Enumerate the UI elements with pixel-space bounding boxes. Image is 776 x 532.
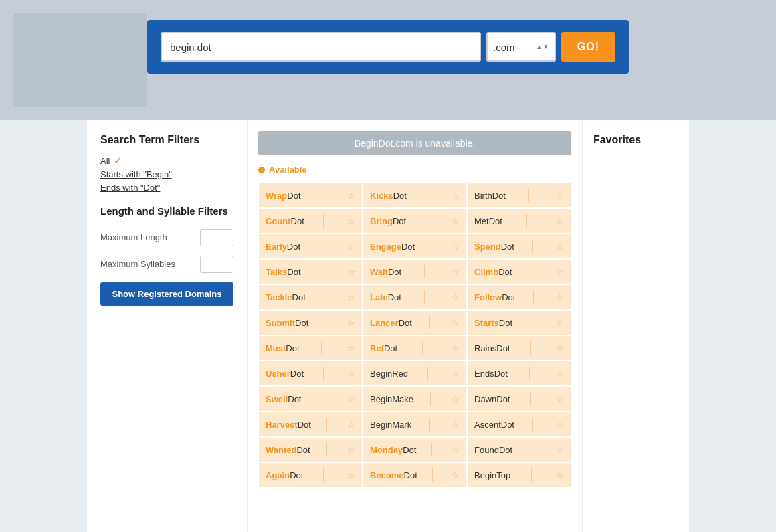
- favorite-star-icon[interactable]: ☆: [347, 267, 355, 277]
- domain-cell[interactable]: RefDot☆: [363, 335, 467, 361]
- favorite-star-icon[interactable]: ☆: [347, 216, 355, 226]
- domain-cell[interactable]: WaitDot☆: [363, 259, 467, 284]
- domain-divider: [532, 316, 532, 329]
- favorite-star-icon[interactable]: ☆: [556, 191, 564, 201]
- favorite-star-icon[interactable]: ☆: [347, 369, 355, 379]
- filter-links: All ✓ Starts with "Begin" Ends with "Dot…: [100, 155, 233, 193]
- favorite-star-icon[interactable]: ☆: [556, 318, 564, 328]
- domain-name: AscentDot: [474, 420, 514, 430]
- domain-divider: [531, 468, 532, 482]
- domain-divider: [431, 443, 432, 456]
- favorite-star-icon[interactable]: ☆: [556, 343, 564, 353]
- favorite-star-icon[interactable]: ☆: [347, 242, 355, 252]
- favorite-star-icon[interactable]: ☆: [556, 216, 564, 226]
- show-registered-button[interactable]: Show Registered Domains: [100, 282, 233, 306]
- domain-cell[interactable]: AscentDot☆: [467, 412, 571, 437]
- favorite-star-icon[interactable]: ☆: [452, 191, 460, 201]
- domain-cell[interactable]: MetDot☆: [467, 208, 571, 234]
- favorite-star-icon[interactable]: ☆: [452, 343, 460, 353]
- domain-cell[interactable]: RainsDot☆: [467, 335, 571, 361]
- favorite-star-icon[interactable]: ☆: [452, 216, 460, 226]
- domain-cell[interactable]: FoundDot☆: [467, 437, 571, 462]
- domain-cell[interactable]: EngageDot☆: [363, 234, 467, 259]
- domain-cell[interactable]: WantedDot☆: [258, 437, 363, 462]
- domain-cell[interactable]: HarvestDot☆: [258, 412, 363, 437]
- max-syllables-row: Maximum Syllables: [100, 256, 233, 273]
- domain-cell[interactable]: BringDot☆: [363, 208, 467, 234]
- domain-cell[interactable]: EarlyDot☆: [258, 234, 363, 259]
- favorite-star-icon[interactable]: ☆: [452, 292, 460, 302]
- max-length-input[interactable]: [200, 229, 233, 246]
- favorite-star-icon[interactable]: ☆: [347, 470, 355, 480]
- max-syllables-label: Maximum Syllables: [100, 259, 195, 269]
- favorite-star-icon[interactable]: ☆: [347, 292, 355, 302]
- tld-select[interactable]: .com .net .org .io .co: [493, 41, 533, 53]
- tld-select-wrapper: .com .net .org .io .co ▲▼: [486, 32, 556, 62]
- search-input[interactable]: [161, 32, 481, 62]
- domain-cell[interactable]: BirthDot☆: [467, 183, 571, 208]
- domain-cell[interactable]: StartsDot☆: [467, 310, 571, 335]
- domain-cell[interactable]: UsherDot☆: [258, 361, 363, 386]
- favorite-star-icon[interactable]: ☆: [556, 292, 564, 302]
- domain-cell[interactable]: LateDot☆: [363, 284, 467, 310]
- favorite-star-icon[interactable]: ☆: [556, 394, 564, 404]
- domain-name: DawnDot: [474, 394, 510, 404]
- max-syllables-input[interactable]: [200, 256, 233, 273]
- domain-name: EarlyDot: [266, 242, 300, 252]
- domain-cell[interactable]: LancerDot☆: [363, 310, 467, 335]
- favorite-star-icon[interactable]: ☆: [556, 470, 564, 480]
- domain-name: TalksDot: [266, 267, 301, 277]
- domain-divider: [532, 240, 533, 253]
- domain-cell[interactable]: BeginRed☆: [363, 361, 467, 386]
- domain-cell[interactable]: EndsDot☆: [467, 361, 571, 386]
- domain-cell[interactable]: SubmitDot☆: [258, 310, 363, 335]
- domain-divider: [429, 316, 430, 329]
- domain-cell[interactable]: BeginMake☆: [363, 386, 467, 412]
- favorite-star-icon[interactable]: ☆: [452, 267, 460, 277]
- filter-all-link[interactable]: All: [100, 156, 110, 166]
- favorite-star-icon[interactable]: ☆: [347, 420, 355, 430]
- domain-name: StartsDot: [474, 318, 512, 328]
- favorite-star-icon[interactable]: ☆: [452, 470, 460, 480]
- favorite-star-icon[interactable]: ☆: [556, 242, 564, 252]
- favorite-star-icon[interactable]: ☆: [347, 191, 355, 201]
- domain-cell[interactable]: AgainDot☆: [258, 462, 363, 488]
- favorite-star-icon[interactable]: ☆: [556, 267, 564, 277]
- domain-cell[interactable]: FollowDot☆: [467, 284, 571, 310]
- domain-cell[interactable]: BeginTop☆: [467, 462, 571, 488]
- favorite-star-icon[interactable]: ☆: [347, 445, 355, 455]
- favorite-star-icon[interactable]: ☆: [452, 369, 460, 379]
- domain-cell[interactable]: TalksDot☆: [258, 259, 363, 284]
- domain-divider: [424, 265, 425, 278]
- domain-cell[interactable]: BeginMark☆: [363, 412, 467, 437]
- favorite-star-icon[interactable]: ☆: [452, 420, 460, 430]
- domain-cell[interactable]: ClimbDot☆: [467, 259, 571, 284]
- domain-name: BeginRed: [370, 369, 408, 379]
- favorite-star-icon[interactable]: ☆: [556, 445, 564, 455]
- domain-divider: [322, 265, 322, 278]
- favorite-star-icon[interactable]: ☆: [556, 369, 564, 379]
- domain-cell[interactable]: SwellDot☆: [258, 386, 363, 412]
- go-button[interactable]: GO!: [561, 32, 615, 62]
- favorite-star-icon[interactable]: ☆: [452, 242, 460, 252]
- domain-name: AgainDot: [266, 470, 303, 480]
- favorite-star-icon[interactable]: ☆: [556, 420, 564, 430]
- domain-cell[interactable]: MustDot☆: [258, 335, 363, 361]
- domain-cell[interactable]: CountDot☆: [258, 208, 363, 234]
- domain-cell[interactable]: TackleDot☆: [258, 284, 363, 310]
- domain-cell[interactable]: SpendDot☆: [467, 234, 571, 259]
- favorite-star-icon[interactable]: ☆: [347, 343, 355, 353]
- favorite-star-icon[interactable]: ☆: [347, 318, 355, 328]
- domain-cell[interactable]: WrapDot☆: [258, 183, 363, 208]
- domain-cell[interactable]: KicksDot☆: [363, 183, 467, 208]
- domain-cell[interactable]: MondayDot☆: [363, 437, 467, 462]
- domain-name: MetDot: [474, 216, 502, 226]
- filter-starts-link[interactable]: Starts with "Begin": [100, 169, 172, 179]
- favorite-star-icon[interactable]: ☆: [452, 394, 460, 404]
- domain-cell[interactable]: DawnDot☆: [467, 386, 571, 412]
- favorite-star-icon[interactable]: ☆: [347, 394, 355, 404]
- favorite-star-icon[interactable]: ☆: [452, 445, 460, 455]
- favorite-star-icon[interactable]: ☆: [452, 318, 460, 328]
- filter-ends-link[interactable]: Ends with "Dot": [100, 183, 160, 193]
- domain-cell[interactable]: BecomeDot☆: [363, 462, 467, 488]
